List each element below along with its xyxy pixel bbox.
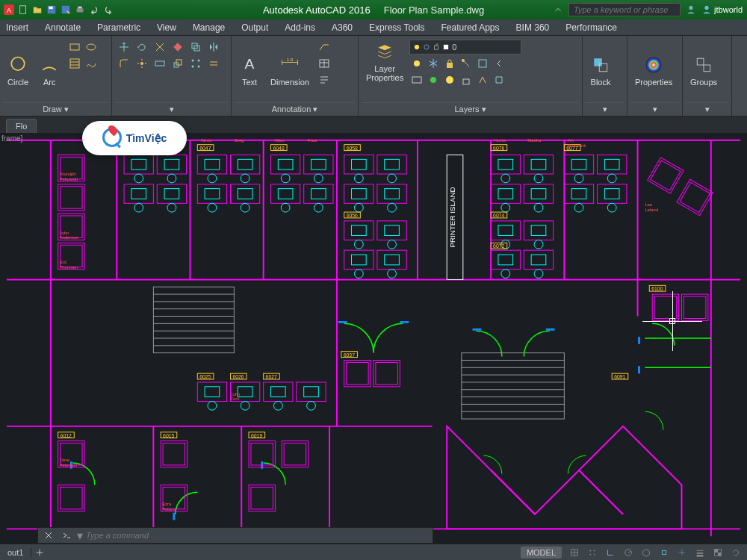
layer-merge-icon[interactable]: [492, 72, 506, 87]
document-tab[interactable]: Flo: [6, 119, 37, 133]
svg-rect-6: [77, 8, 84, 12]
layer-dropdown[interactable]: 0: [409, 40, 521, 55]
panel-label-block[interactable]: ▾: [586, 102, 624, 116]
rectangle-icon[interactable]: [67, 40, 82, 55]
dimension-button[interactable]: 1.0 Dimension: [266, 38, 314, 102]
explode-icon[interactable]: [134, 56, 149, 71]
layer-prev-icon[interactable]: [492, 56, 506, 71]
signin-icon[interactable]: [685, 4, 697, 16]
layout-add-icon[interactable]: [31, 545, 48, 560]
cycling-icon[interactable]: [728, 545, 744, 560]
undo-icon[interactable]: [88, 4, 100, 16]
tab-annotate[interactable]: Annotate: [45, 22, 81, 33]
user-badge[interactable]: jtbworld: [701, 4, 743, 15]
layer-freeze-icon[interactable]: [426, 56, 441, 71]
layer-match-icon[interactable]: [459, 56, 474, 71]
trim-icon[interactable]: [152, 40, 167, 55]
panel-draw: Circle Arc Draw ▾: [0, 36, 112, 116]
panel-label-annotation[interactable]: Annotation ▾: [235, 102, 355, 116]
polar-icon[interactable]: [620, 545, 636, 560]
erase-icon[interactable]: [170, 40, 185, 55]
svg-text:Rudolph: Rudolph: [60, 172, 76, 176]
layer-thaw-icon[interactable]: [442, 72, 457, 87]
tab-expresstools[interactable]: Express Tools: [369, 22, 424, 33]
command-line[interactable]: ▾: [37, 527, 433, 544]
move-icon[interactable]: [117, 40, 131, 55]
isodraft-icon[interactable]: [638, 545, 654, 560]
circle-button[interactable]: Circle: [3, 38, 33, 102]
array-icon[interactable]: [188, 56, 203, 71]
layer-state-icon[interactable]: [409, 72, 424, 87]
leader-icon[interactable]: [317, 40, 332, 55]
saveas-icon[interactable]: [60, 4, 72, 16]
search-chevron-icon[interactable]: [552, 4, 564, 16]
ellipse-icon[interactable]: [84, 40, 99, 55]
stretch-icon[interactable]: [152, 56, 167, 71]
redo-icon[interactable]: [102, 4, 114, 16]
svg-text:Kurtis: Kurtis: [495, 138, 506, 143]
layer-unlock-icon[interactable]: [459, 72, 474, 87]
tab-bim360[interactable]: BIM 360: [516, 22, 550, 33]
print-icon[interactable]: [74, 4, 86, 16]
rotate-icon[interactable]: [134, 40, 149, 55]
cmd-close-icon[interactable]: [41, 528, 56, 543]
panel-label-properties[interactable]: ▾: [630, 102, 679, 116]
table-icon[interactable]: [317, 56, 332, 71]
tab-manage[interactable]: Manage: [193, 22, 225, 33]
svg-point-24: [198, 66, 200, 68]
drawing-canvas[interactable]: PRINTER ISLAND 6046 6047 6048 6058 6076 …: [0, 133, 747, 544]
model-space-button[interactable]: MODEL: [521, 547, 562, 559]
ortho-icon[interactable]: [602, 545, 619, 560]
layer-iso-icon[interactable]: [475, 56, 490, 71]
grid-icon[interactable]: [566, 545, 583, 560]
fillet-icon[interactable]: [117, 56, 131, 71]
layer-off-icon[interactable]: [409, 56, 424, 71]
layer-on-icon[interactable]: [426, 72, 441, 87]
svg-rect-121: [715, 549, 718, 552]
watermark-logo: TìmViệc: [82, 121, 187, 155]
tab-a360[interactable]: A360: [332, 22, 353, 33]
lineweight-icon[interactable]: [692, 545, 708, 560]
tab-parametric[interactable]: Parametric: [97, 22, 140, 33]
save-icon[interactable]: [46, 4, 58, 16]
layer-lock-icon[interactable]: [442, 56, 457, 71]
offset-icon[interactable]: [206, 56, 221, 71]
tab-addins[interactable]: Add-ins: [285, 22, 315, 33]
osnap-icon[interactable]: [656, 545, 672, 560]
panel-annotation: A Text 1.0 Dimension Annotation ▾: [232, 36, 359, 116]
copy-icon[interactable]: [188, 40, 203, 55]
tab-view[interactable]: View: [157, 22, 176, 33]
tab-insert[interactable]: Insert: [6, 22, 28, 33]
groups-button[interactable]: Groups: [686, 38, 722, 102]
layer-properties-button[interactable]: Layer Properties: [363, 40, 406, 84]
scale-icon[interactable]: [170, 56, 185, 71]
open-icon[interactable]: [31, 4, 43, 16]
transparency-icon[interactable]: [710, 545, 726, 560]
block-button[interactable]: Block: [586, 38, 616, 102]
quick-access-toolbar: A: [0, 4, 117, 16]
mtext-icon[interactable]: [317, 72, 332, 87]
panel-label-groups[interactable]: ▾: [686, 102, 728, 116]
arc-button[interactable]: Arc: [34, 38, 64, 102]
panel-label-modify[interactable]: ▾: [115, 102, 228, 116]
properties-button[interactable]: Properties: [630, 38, 677, 102]
help-search-input[interactable]: [568, 3, 681, 16]
app-menu-icon[interactable]: A: [3, 4, 15, 16]
tab-output[interactable]: Output: [241, 22, 268, 33]
text-button[interactable]: A Text: [235, 38, 264, 102]
svg-text:Leland: Leland: [645, 208, 658, 212]
snap-icon[interactable]: [584, 545, 601, 560]
svg-text:Eric: Eric: [60, 260, 67, 264]
mirror-icon[interactable]: [206, 40, 221, 55]
hatch-icon[interactable]: [67, 56, 82, 71]
layout-tab[interactable]: out1: [0, 548, 31, 557]
command-input[interactable]: [86, 531, 430, 540]
tab-performance[interactable]: Performance: [565, 22, 617, 33]
panel-label-draw[interactable]: Draw ▾: [3, 102, 108, 116]
tab-featuredapps[interactable]: Featured Apps: [441, 22, 499, 33]
otrack-icon[interactable]: [674, 545, 690, 560]
panel-label-layers[interactable]: Layers ▾: [362, 102, 579, 116]
new-icon[interactable]: [17, 4, 29, 16]
layer-walk-icon[interactable]: [475, 72, 490, 87]
spline-icon[interactable]: [84, 56, 99, 71]
